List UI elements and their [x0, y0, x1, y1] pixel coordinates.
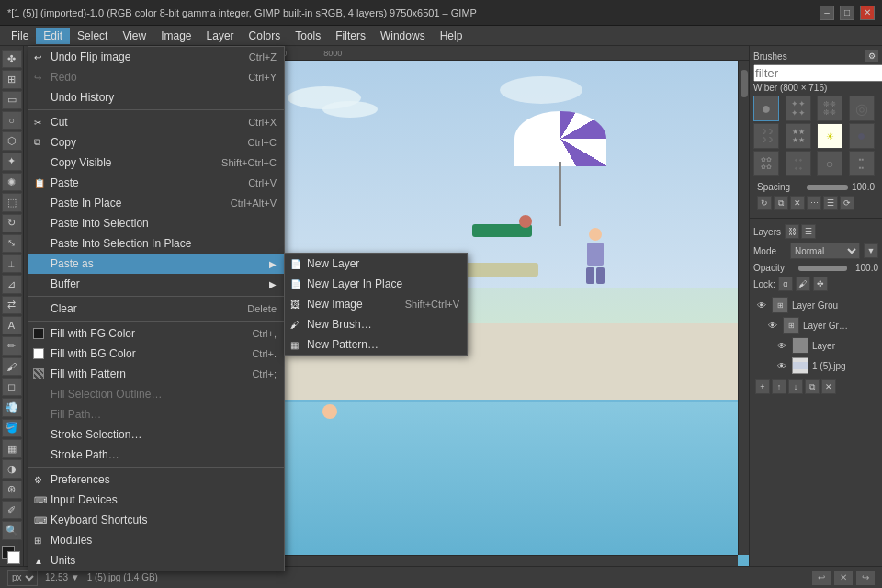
submenu-item-new-layer-in-place[interactable]: 📄 New Layer In Place	[285, 274, 467, 294]
submenu-item-new-layer[interactable]: 📄 New Layer	[285, 254, 467, 274]
menu-file[interactable]: File	[4, 28, 36, 44]
brush-duplicate-btn[interactable]: ⧉	[774, 196, 788, 210]
minimize-button[interactable]: –	[820, 6, 834, 20]
submenu-item-new-brush[interactable]: 🖌 New Brush…	[285, 314, 467, 334]
menu-help[interactable]: Help	[433, 28, 470, 44]
lock-alpha-btn[interactable]: α	[778, 277, 793, 291]
layer-lower-btn[interactable]: ↓	[788, 379, 803, 394]
tool-gradient[interactable]: ▦	[2, 439, 22, 458]
tool-colorpicker[interactable]: ✐	[2, 501, 22, 519]
tool-select-rect[interactable]: ▭	[2, 91, 22, 109]
brush-thumb-8[interactable]: ●	[849, 123, 875, 149]
menu-colors[interactable]: Colors	[242, 28, 288, 44]
menu-item-units[interactable]: ▲ Units	[28, 550, 284, 571]
brush-reset-btn[interactable]: ⟳	[840, 196, 854, 210]
brush-thumb-4[interactable]: ◎	[849, 96, 875, 121]
menu-item-fill-selection-outline[interactable]: Fill Selection Outline…	[28, 384, 284, 404]
lock-paint-btn[interactable]: 🖌	[796, 277, 810, 291]
tool-bucket[interactable]: 🪣	[2, 419, 22, 437]
layers-chain-btn[interactable]: ⛓	[785, 224, 799, 239]
tool-shear[interactable]: ⟂	[2, 254, 22, 273]
menu-item-fill-path[interactable]: Fill Path…	[28, 404, 284, 424]
menu-view[interactable]: View	[115, 28, 153, 44]
tool-dodge[interactable]: ◑	[2, 459, 22, 478]
unit-select[interactable]: px	[7, 570, 38, 586]
layer-add-btn[interactable]: +	[755, 379, 770, 394]
brush-menu-btn[interactable]: ☰	[823, 196, 838, 210]
menu-item-copy[interactable]: ⧉ Copy Ctrl+C	[28, 132, 284, 153]
scrollbar-vertical[interactable]	[738, 61, 749, 555]
tool-fuzzy-select[interactable]: ✦	[2, 153, 22, 171]
menu-filters[interactable]: Filters	[328, 28, 373, 44]
menu-tools[interactable]: Tools	[288, 28, 328, 44]
close-button[interactable]: ✕	[860, 6, 875, 20]
menu-item-clear[interactable]: Clear Delete	[28, 299, 284, 319]
tool-scale[interactable]: ⤡	[2, 234, 22, 253]
tool-airbrush[interactable]: 💨	[2, 398, 22, 416]
brush-thumb-1[interactable]: ●	[753, 96, 779, 121]
mode-select[interactable]: Normal	[790, 243, 860, 259]
layer-0-eye-icon[interactable]: 👁	[755, 299, 768, 311]
menu-select[interactable]: Select	[70, 28, 115, 44]
menu-item-buffer[interactable]: Buffer ▶	[28, 274, 284, 294]
tool-text[interactable]: A	[2, 316, 22, 334]
brush-thumb-3[interactable]: ❊❊❊❊	[817, 96, 842, 121]
menu-item-paste-in-place[interactable]: Paste In Place Ctrl+Alt+V	[28, 193, 284, 213]
tool-eraser[interactable]: ◻	[2, 378, 22, 396]
brush-thumb-9[interactable]: ✿✿✿✿	[753, 151, 779, 176]
menu-item-input-devices[interactable]: ⌨ Input Devices	[28, 490, 284, 510]
menu-item-modules[interactable]: ⊞ Modules	[28, 530, 284, 550]
layer-row-2[interactable]: 👁 Layer	[753, 335, 878, 356]
layer-raise-btn[interactable]: ↑	[772, 379, 786, 394]
tool-select-ellipse[interactable]: ○	[2, 111, 22, 130]
menu-item-fill-pattern[interactable]: Fill with Pattern Ctrl+;	[28, 364, 284, 384]
brush-thumb-2[interactable]: ✦✦✦✦	[786, 96, 811, 121]
bg-color[interactable]	[7, 551, 20, 564]
layer-duplicate-btn[interactable]: ⧉	[805, 379, 820, 394]
tool-align[interactable]: ⊞	[2, 70, 22, 88]
layer-3-eye-icon[interactable]: 👁	[775, 359, 788, 372]
menu-item-copy-visible[interactable]: Copy Visible Shift+Ctrl+C	[28, 153, 284, 173]
tool-pencil[interactable]: ✏	[2, 336, 22, 355]
lock-move-btn[interactable]: ✤	[813, 277, 828, 291]
brush-delete-btn[interactable]: ✕	[790, 196, 805, 210]
menu-item-preferences[interactable]: ⚙ Preferences	[28, 469, 284, 490]
maximize-button[interactable]: □	[840, 6, 854, 20]
statusbar-delete-btn[interactable]: ✕	[834, 571, 853, 585]
menu-item-cut[interactable]: ✂ Cut Ctrl+X	[28, 112, 284, 132]
tool-smudge[interactable]: ⊛	[2, 481, 22, 499]
submenu-item-new-pattern[interactable]: ▦ New Pattern…	[285, 334, 467, 355]
brush-thumb-12[interactable]: ▪▪▪▪	[849, 151, 875, 176]
statusbar-undo-btn[interactable]: ↩	[812, 571, 831, 585]
tool-color-select[interactable]: ✺	[2, 173, 22, 191]
brush-thumb-5[interactable]: ☽☽☽☽	[753, 123, 779, 149]
menu-image[interactable]: Image	[153, 28, 198, 44]
menu-item-paste-into-selection-in-place[interactable]: Paste Into Selection In Place	[28, 233, 284, 254]
tool-perspective[interactable]: ⊿	[2, 275, 22, 293]
brush-thumb-6[interactable]: ★★★★	[786, 123, 811, 149]
layer-row-0[interactable]: 👁 ⊞ Layer Grou	[753, 295, 878, 315]
brush-refresh-btn[interactable]: ↻	[757, 196, 772, 210]
menu-item-undo-history[interactable]: Undo History	[28, 87, 284, 107]
layer-row-3[interactable]: 👁 1 (5).jpg	[753, 356, 878, 376]
menu-item-redo[interactable]: ↪ Redo Ctrl+Y	[28, 67, 284, 87]
menu-item-paste[interactable]: 📋 Paste Ctrl+V	[28, 173, 284, 193]
menu-item-undo[interactable]: ↩ Undo Flip image Ctrl+Z	[28, 47, 284, 67]
tool-flip[interactable]: ⇄	[2, 296, 22, 314]
menu-item-paste-into-selection[interactable]: Paste Into Selection	[28, 213, 284, 233]
tool-paintbrush[interactable]: 🖌	[2, 357, 22, 376]
statusbar-redo-btn[interactable]: ↪	[856, 571, 875, 585]
tool-crop[interactable]: ⬚	[2, 193, 22, 211]
tool-move[interactable]: ✤	[2, 50, 22, 68]
tool-free-select[interactable]: ⬡	[2, 131, 22, 150]
layer-row-1[interactable]: 👁 ⊞ Layer Gr…	[753, 315, 878, 335]
menu-item-stroke-selection[interactable]: Stroke Selection…	[28, 424, 284, 445]
tool-zoom[interactable]: 🔍	[2, 521, 22, 539]
mode-extra-btn[interactable]: ▼	[864, 243, 878, 258]
menu-item-paste-as[interactable]: Paste as ▶ 📄 New Layer 📄 New Layer In Pl…	[28, 254, 284, 274]
submenu-item-new-image[interactable]: 🖼 New Image Shift+Ctrl+V	[285, 294, 467, 314]
menu-edit[interactable]: Edit	[36, 28, 70, 44]
layer-2-eye-icon[interactable]: 👁	[775, 339, 788, 352]
brush-thumb-10[interactable]: ⬥⬥⬥⬥	[786, 151, 811, 176]
menu-item-keyboard-shortcuts[interactable]: ⌨ Keyboard Shortcuts	[28, 510, 284, 530]
